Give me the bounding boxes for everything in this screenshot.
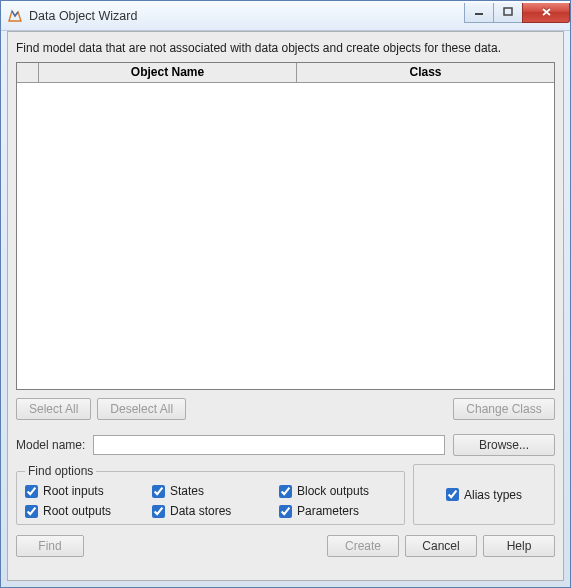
table-body: [17, 83, 554, 389]
root-outputs-label: Root outputs: [43, 504, 111, 518]
select-all-button[interactable]: Select All: [16, 398, 91, 420]
browse-button[interactable]: Browse...: [453, 434, 555, 456]
find-button[interactable]: Find: [16, 535, 84, 557]
root-outputs-option[interactable]: Root outputs: [25, 504, 142, 518]
parameters-label: Parameters: [297, 504, 359, 518]
states-option[interactable]: States: [152, 484, 269, 498]
alias-types-checkbox[interactable]: [446, 488, 459, 501]
minimize-button[interactable]: [464, 3, 494, 23]
change-class-button[interactable]: Change Class: [453, 398, 555, 420]
model-name-row: Model name: Browse...: [16, 434, 555, 456]
root-outputs-checkbox[interactable]: [25, 505, 38, 518]
options-row: Find options Root inputs States Block ou…: [16, 464, 555, 525]
data-stores-option[interactable]: Data stores: [152, 504, 269, 518]
client-area: Find model data that are not associated …: [7, 31, 564, 581]
window-title: Data Object Wizard: [29, 9, 465, 23]
model-name-label: Model name:: [16, 438, 85, 452]
table-header: Object Name Class: [17, 63, 554, 83]
header-check-column[interactable]: [17, 63, 39, 82]
root-inputs-label: Root inputs: [43, 484, 104, 498]
find-options-legend: Find options: [25, 464, 96, 478]
description-text: Find model data that are not associated …: [16, 40, 555, 56]
deselect-all-button[interactable]: Deselect All: [97, 398, 186, 420]
find-options-group: Find options Root inputs States Block ou…: [16, 464, 405, 525]
header-class[interactable]: Class: [297, 63, 554, 82]
states-checkbox[interactable]: [152, 485, 165, 498]
alias-types-label: Alias types: [464, 488, 522, 502]
window: Data Object Wizard Find model data that …: [0, 0, 571, 588]
svg-rect-2: [504, 8, 512, 15]
alias-types-option[interactable]: Alias types: [446, 488, 522, 502]
help-button[interactable]: Help: [483, 535, 555, 557]
close-button[interactable]: [522, 3, 570, 23]
titlebar: Data Object Wizard: [1, 1, 570, 31]
selection-buttons: Select All Deselect All Change Class: [16, 398, 555, 420]
create-button[interactable]: Create: [327, 535, 399, 557]
object-table[interactable]: Object Name Class: [16, 62, 555, 390]
block-outputs-checkbox[interactable]: [279, 485, 292, 498]
find-options-grid: Root inputs States Block outputs Root ou…: [25, 482, 396, 518]
root-inputs-checkbox[interactable]: [25, 485, 38, 498]
cancel-button[interactable]: Cancel: [405, 535, 477, 557]
data-stores-label: Data stores: [170, 504, 231, 518]
bottom-buttons: Find Create Cancel Help: [16, 535, 555, 557]
maximize-button[interactable]: [493, 3, 523, 23]
block-outputs-option[interactable]: Block outputs: [279, 484, 396, 498]
root-inputs-option[interactable]: Root inputs: [25, 484, 142, 498]
alias-types-group: Alias types: [413, 464, 555, 525]
data-stores-checkbox[interactable]: [152, 505, 165, 518]
model-name-input[interactable]: [93, 435, 445, 455]
header-object-name[interactable]: Object Name: [39, 63, 297, 82]
parameters-checkbox[interactable]: [279, 505, 292, 518]
states-label: States: [170, 484, 204, 498]
svg-rect-1: [475, 13, 483, 15]
parameters-option[interactable]: Parameters: [279, 504, 396, 518]
app-icon: [7, 8, 23, 24]
window-buttons: [465, 3, 570, 23]
block-outputs-label: Block outputs: [297, 484, 369, 498]
